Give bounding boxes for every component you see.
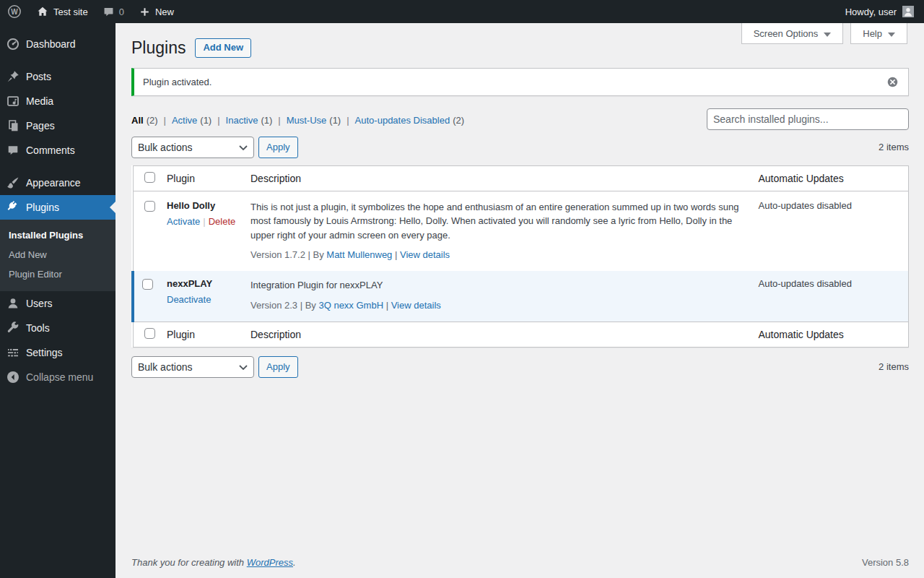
sidebar-item-dashboard[interactable]: Dashboard — [0, 32, 116, 56]
select-row-checkbox[interactable] — [144, 201, 155, 212]
sidebar-item-label: Dashboard — [26, 38, 76, 50]
deactivate-link[interactable]: Deactivate — [167, 294, 211, 305]
sidebar-item-users[interactable]: Users — [0, 291, 116, 316]
author-link[interactable]: Matt Mullenweg — [326, 249, 392, 260]
sidebar-item-settings[interactable]: Settings — [0, 340, 116, 365]
home-icon — [36, 5, 49, 18]
search-input[interactable] — [707, 108, 909, 130]
comment-bubble-icon — [103, 6, 115, 18]
table-row-nexxplay: nexxPLAY Deactivate Integration Plugin f… — [133, 271, 909, 322]
filter-link[interactable]: Must-Use — [287, 115, 327, 126]
column-header-description: Description — [243, 322, 751, 347]
screen-options-tab[interactable]: Screen Options — [741, 23, 844, 44]
plugin-name: Hello Dolly — [167, 200, 237, 211]
sidebar-item-label: Pages — [26, 120, 55, 131]
submenu-item-add-new[interactable]: Add New — [0, 245, 116, 264]
column-header-plugin[interactable]: Plugin — [162, 165, 243, 191]
sidebar-item-posts[interactable]: Posts — [0, 64, 116, 89]
filter-active[interactable]: Active (1) | — [172, 115, 226, 126]
pushpin-icon — [6, 69, 20, 84]
column-header-description: Description — [243, 165, 751, 191]
filter-inactive[interactable]: Inactive (1) | — [226, 115, 287, 126]
submenu-item-plugin-editor[interactable]: Plugin Editor — [0, 264, 116, 284]
screen-options-label: Screen Options — [754, 28, 819, 39]
new-content-menu[interactable]: New — [131, 0, 181, 23]
table-row-hello-dolly: Hello Dolly Activate|Delete This is not … — [133, 191, 909, 271]
comment-count: 0 — [119, 7, 124, 17]
sidebar-item-label: Media — [26, 95, 53, 107]
wordpress-logo-menu[interactable]: W — [0, 0, 29, 23]
plugin-status-filters: All (2) | Active (1) | Inactive (1) | Mu… — [131, 108, 464, 126]
select-all-checkbox[interactable] — [144, 328, 155, 339]
sidebar-item-appearance[interactable]: Appearance — [0, 171, 116, 195]
comments-menu[interactable]: 0 — [95, 0, 131, 23]
sidebar-item-comments[interactable]: Comments — [0, 138, 116, 163]
sidebar-item-label: Appearance — [26, 177, 81, 189]
sidebar-item-pages[interactable]: Pages — [0, 113, 116, 138]
apply-button[interactable]: Apply — [258, 137, 298, 158]
notice-message: Plugin activated. — [143, 77, 212, 87]
sidebar-item-label: Settings — [26, 347, 63, 358]
collapse-menu-button[interactable]: Collapse menu — [0, 365, 116, 389]
filter-must-use[interactable]: Must-Use (1) | — [287, 115, 355, 126]
filter-link[interactable]: Auto-updates Disabled — [355, 115, 450, 126]
appearance-icon — [6, 176, 20, 190]
sidebar-item-plugins[interactable]: Plugins — [0, 195, 116, 220]
success-notice: Plugin activated. — [131, 68, 909, 96]
site-name-label: Test site — [53, 7, 88, 17]
collapse-icon — [6, 370, 20, 384]
delete-link[interactable]: Delete — [209, 216, 236, 227]
version-by: Version 2.3 | By — [250, 300, 316, 311]
sidebar-item-label: Plugins — [26, 202, 59, 213]
view-details-link[interactable]: View details — [400, 249, 450, 260]
filter-link[interactable]: Inactive — [226, 115, 258, 126]
sidebar-item-label: Users — [26, 298, 53, 309]
plugin-icon — [6, 200, 20, 215]
my-account-menu[interactable]: Howdy, user — [838, 0, 924, 23]
settings-icon — [6, 345, 20, 360]
bulk-actions-select[interactable]: Bulk actions — [131, 137, 254, 158]
filter-link[interactable]: Active — [172, 115, 197, 126]
menu-separator — [0, 56, 116, 64]
media-icon — [6, 94, 20, 108]
column-header-auto-updates: Automatic Updates — [751, 165, 909, 191]
add-new-button[interactable]: Add New — [195, 38, 251, 58]
items-count: 2 items — [879, 142, 909, 152]
select-row-checkbox[interactable] — [142, 279, 153, 290]
tools-icon — [6, 321, 20, 335]
plugins-submenu: Installed Plugins Add New Plugin Editor — [0, 220, 116, 291]
apply-button[interactable]: Apply — [258, 356, 298, 378]
caret-down-icon — [888, 28, 895, 39]
wordpress-link[interactable]: WordPress — [247, 557, 293, 568]
table-header-row: Plugin Description Automatic Updates — [133, 165, 909, 191]
author-link[interactable]: 3Q nexx GmbH — [318, 300, 383, 311]
filter-link[interactable]: All — [131, 115, 144, 126]
wordpress-logo-icon: W — [7, 4, 22, 19]
site-name-menu[interactable]: Test site — [29, 0, 95, 23]
page-title: Plugins — [131, 38, 186, 59]
sidebar-item-label: Comments — [26, 144, 75, 156]
dashboard-icon — [6, 37, 20, 51]
auto-updates-status: Auto-updates disabled — [751, 271, 909, 322]
help-label: Help — [863, 28, 882, 39]
comments-icon — [6, 143, 20, 158]
footer-version: Version 5.8 — [862, 557, 909, 568]
bulk-actions-select[interactable]: Bulk actions — [131, 356, 254, 378]
filter-all[interactable]: All (2) | — [131, 115, 172, 126]
select-all-checkbox[interactable] — [144, 172, 155, 183]
filter-auto-updates-disabled[interactable]: Auto-updates Disabled (2) — [355, 115, 464, 126]
svg-text:W: W — [11, 8, 18, 16]
plus-icon — [139, 6, 151, 18]
auto-updates-status: Auto-updates disabled — [751, 191, 909, 271]
column-header-auto-updates: Automatic Updates — [751, 322, 909, 347]
sidebar-item-label: Collapse menu — [26, 371, 93, 383]
dismiss-notice-button[interactable] — [885, 74, 900, 90]
view-details-link[interactable]: View details — [391, 300, 441, 311]
submenu-item-installed-plugins[interactable]: Installed Plugins — [0, 225, 116, 245]
help-tab[interactable]: Help — [850, 23, 907, 44]
column-header-plugin[interactable]: Plugin — [162, 322, 243, 347]
activate-link[interactable]: Activate — [167, 216, 200, 227]
sidebar-item-media[interactable]: Media — [0, 89, 116, 113]
plugin-name: nexxPLAY — [167, 278, 237, 289]
sidebar-item-tools[interactable]: Tools — [0, 316, 116, 340]
